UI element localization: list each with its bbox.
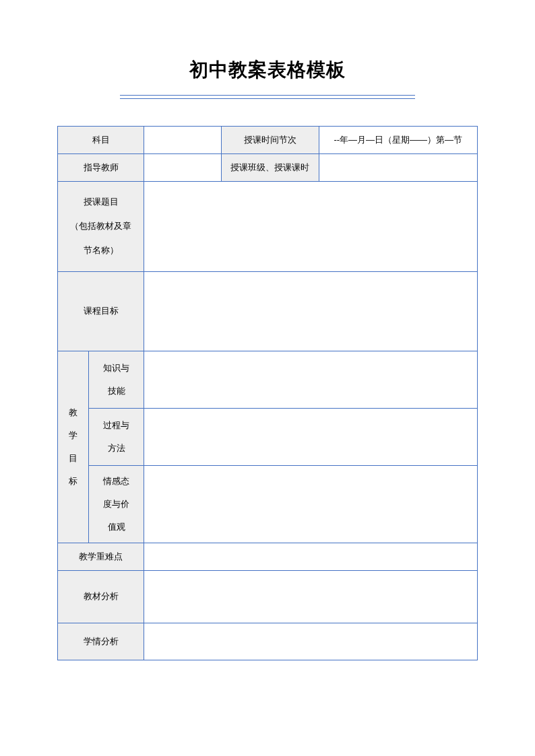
key-difficult-label: 教学重难点: [58, 543, 144, 570]
material-analysis-value: [144, 570, 478, 623]
situation-analysis-value: [144, 623, 478, 660]
table-row: 学情分析: [58, 623, 478, 660]
table-row: 科目 授课时间节次 --年—月—日（星期——）第—节: [58, 127, 478, 154]
emotion-value-label: 情感态 度与价 值观: [89, 465, 144, 543]
table-row: 教 学 目 标 知识与 技能: [58, 351, 478, 408]
table-row: 情感态 度与价 值观: [58, 465, 478, 543]
table-row: 课程目标: [58, 271, 478, 351]
situation-analysis-label: 学情分析: [58, 623, 144, 660]
course-goal-value: [144, 271, 478, 351]
table-row: 授课题目 （包括教材及章 节名称）: [58, 181, 478, 271]
table-row: 指导教师 授课班级、授课课时: [58, 153, 478, 181]
lesson-plan-table: 科目 授课时间节次 --年—月—日（星期——）第—节 指导教师 授课班级、授课课…: [57, 126, 478, 660]
process-method-value: [144, 408, 478, 465]
topic-label: 授课题目 （包括教材及章 节名称）: [58, 181, 144, 271]
material-analysis-label: 教材分析: [58, 570, 144, 623]
subject-label: 科目: [58, 127, 144, 154]
instructor-value: [144, 153, 222, 181]
page-title: 初中教案表格模板: [57, 57, 478, 83]
instructor-label: 指导教师: [58, 153, 144, 181]
topic-value: [144, 181, 478, 271]
process-method-label: 过程与 方法: [89, 408, 144, 465]
knowledge-skill-label: 知识与 技能: [89, 351, 144, 408]
class-hours-value: [319, 153, 477, 181]
course-goal-label: 课程目标: [58, 271, 144, 351]
table-row: 过程与 方法: [58, 408, 478, 465]
table-row: 教材分析: [58, 570, 478, 623]
teaching-goal-vertical-label: 教 学 目 标: [58, 351, 89, 543]
teach-time-label: 授课时间节次: [222, 127, 319, 154]
knowledge-skill-value: [144, 351, 478, 408]
title-divider: [120, 95, 415, 99]
subject-value: [144, 127, 222, 154]
class-hours-label: 授课班级、授课课时: [222, 153, 319, 181]
table-row: 教学重难点: [58, 543, 478, 570]
key-difficult-value: [144, 543, 478, 570]
teach-time-value: --年—月—日（星期——）第—节: [319, 127, 477, 154]
emotion-value-value: [144, 465, 478, 543]
